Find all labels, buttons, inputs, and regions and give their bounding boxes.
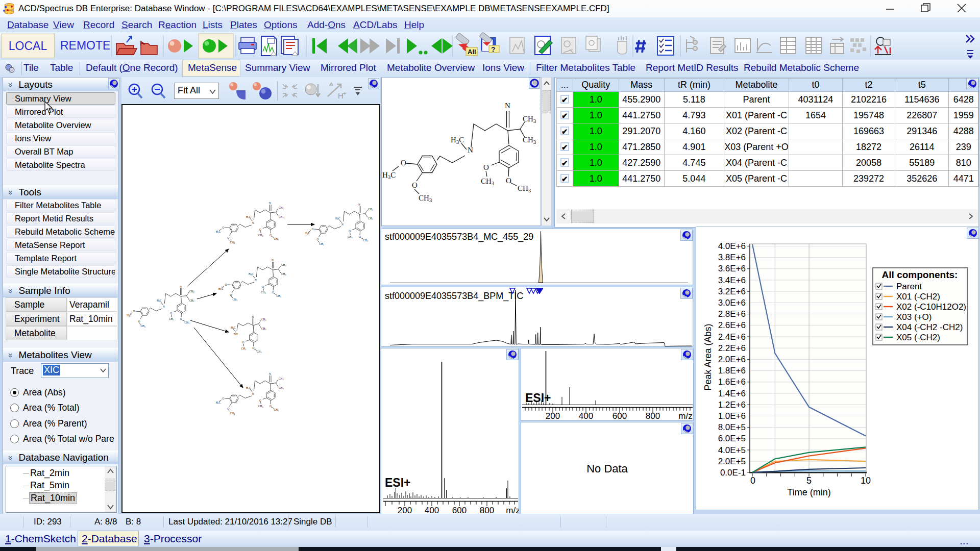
svg-text:H3C: H3C bbox=[382, 171, 396, 180]
svg-text:CH3: CH3 bbox=[518, 184, 531, 193]
svg-text:400: 400 bbox=[579, 411, 593, 420]
svg-text:600: 600 bbox=[612, 411, 627, 420]
svg-text:800: 800 bbox=[646, 411, 660, 420]
svg-text:1.0E+6: 1.0E+6 bbox=[718, 411, 746, 421]
svg-text:m/z: m/z bbox=[678, 411, 692, 420]
svg-text:m/z: m/z bbox=[506, 506, 519, 514]
svg-text:CH3: CH3 bbox=[419, 194, 432, 203]
svg-text:O: O bbox=[483, 163, 489, 171]
svg-text:CH3: CH3 bbox=[523, 136, 536, 145]
svg-text:5: 5 bbox=[806, 475, 812, 486]
svg-text:Parent: Parent bbox=[896, 282, 922, 291]
svg-text:600: 600 bbox=[452, 506, 467, 514]
svg-text:3.6E+6: 3.6E+6 bbox=[718, 264, 746, 273]
svg-text:3.4E+6: 3.4E+6 bbox=[718, 276, 746, 285]
svg-text:200: 200 bbox=[398, 506, 412, 514]
svg-text:?: ? bbox=[491, 45, 496, 54]
svg-text:400: 400 bbox=[425, 506, 439, 514]
svg-text:2.8E+6: 2.8E+6 bbox=[718, 309, 746, 319]
svg-text:800: 800 bbox=[480, 506, 494, 514]
svg-text:4.0E+5: 4.0E+5 bbox=[718, 445, 746, 455]
svg-text:O: O bbox=[401, 159, 406, 167]
svg-text:0.0E-1: 0.0E-1 bbox=[720, 468, 746, 478]
svg-text:200: 200 bbox=[546, 411, 560, 420]
svg-text:2.6E+6: 2.6E+6 bbox=[718, 320, 746, 330]
svg-text:CH3: CH3 bbox=[523, 115, 536, 124]
svg-text:3.2E+6: 3.2E+6 bbox=[718, 287, 746, 296]
svg-text:1.2E+6: 1.2E+6 bbox=[718, 400, 746, 410]
svg-text:4.0E+6: 4.0E+6 bbox=[718, 241, 746, 251]
svg-text:H3C: H3C bbox=[451, 136, 464, 145]
svg-text:1.4E+6: 1.4E+6 bbox=[718, 389, 746, 398]
svg-text:X03 (+O): X03 (+O) bbox=[896, 312, 932, 322]
svg-text:0: 0 bbox=[750, 475, 755, 486]
svg-text:2.0E+6: 2.0E+6 bbox=[718, 355, 746, 364]
svg-text:Peak Area (Abs): Peak Area (Abs) bbox=[703, 323, 713, 390]
svg-text:6.0E+5: 6.0E+5 bbox=[718, 434, 746, 443]
svg-text:8.0E+5: 8.0E+5 bbox=[718, 422, 746, 432]
svg-text:O: O bbox=[412, 181, 418, 189]
svg-text:N: N bbox=[505, 102, 510, 110]
svg-text:Time (min): Time (min) bbox=[787, 487, 830, 497]
svg-text:10: 10 bbox=[861, 475, 871, 486]
svg-text:X01 (-CH2): X01 (-CH2) bbox=[896, 292, 940, 302]
svg-text:All components:: All components: bbox=[882, 269, 958, 280]
svg-text:1.6E+6: 1.6E+6 bbox=[718, 377, 746, 387]
svg-text:X05 (-CH2): X05 (-CH2) bbox=[896, 333, 940, 342]
svg-text:+: + bbox=[343, 90, 346, 96]
svg-text:O: O bbox=[506, 177, 511, 185]
svg-text:X04 (-CH2 -CH2): X04 (-CH2 -CH2) bbox=[896, 322, 963, 332]
svg-text:X02 (-C10H12O2): X02 (-C10H12O2) bbox=[896, 302, 966, 312]
svg-text:2.0E+5: 2.0E+5 bbox=[718, 457, 746, 466]
svg-text:2.4E+6: 2.4E+6 bbox=[718, 332, 746, 342]
svg-text:3.8E+6: 3.8E+6 bbox=[718, 253, 746, 262]
svg-text:N: N bbox=[468, 146, 473, 154]
svg-text:CH3: CH3 bbox=[481, 177, 495, 186]
svg-text:2.2E+6: 2.2E+6 bbox=[718, 343, 746, 353]
svg-text:1.8E+6: 1.8E+6 bbox=[718, 366, 746, 375]
svg-text:3.0E+6: 3.0E+6 bbox=[718, 298, 746, 308]
svg-text:All: All bbox=[468, 48, 476, 56]
